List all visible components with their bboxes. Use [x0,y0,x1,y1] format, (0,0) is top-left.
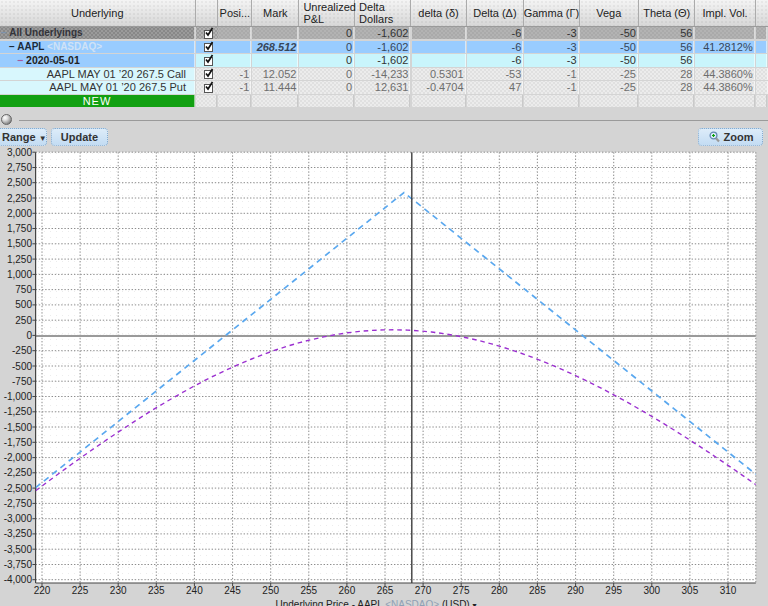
svg-text:310: 310 [720,585,737,596]
svg-text:1,500: 1,500 [7,238,32,249]
svg-text:270: 270 [415,585,432,596]
svg-text:Underlying Price - AAPL <NASDA: Underlying Price - AAPL <NASDAQ> (USD) ▾ [276,599,477,606]
svg-text:-3,000: -3,000 [4,513,33,524]
svg-text:295: 295 [605,585,622,596]
svg-text:-3,750: -3,750 [4,559,33,570]
svg-text:1,000: 1,000 [7,269,32,280]
svg-text:750: 750 [15,284,32,295]
svg-text:-250: -250 [12,345,32,356]
svg-text:-2,500: -2,500 [4,483,33,494]
svg-text:-2,250: -2,250 [4,467,33,478]
svg-text:260: 260 [339,585,356,596]
svg-text:265: 265 [377,585,394,596]
svg-text:2,000: 2,000 [7,208,32,219]
svg-text:-2,000: -2,000 [4,452,33,463]
svg-text:240: 240 [186,585,203,596]
svg-text:-3,250: -3,250 [4,528,33,539]
svg-text:0: 0 [26,330,32,341]
svg-text:-1,500: -1,500 [4,422,33,433]
svg-text:1,750: 1,750 [7,223,32,234]
svg-text:305: 305 [682,585,699,596]
svg-text:-750: -750 [12,376,32,387]
svg-text:250: 250 [262,585,279,596]
svg-text:-1,250: -1,250 [4,406,33,417]
svg-text:255: 255 [300,585,317,596]
svg-text:285: 285 [529,585,546,596]
svg-text:280: 280 [491,585,508,596]
svg-text:250: 250 [15,315,32,326]
svg-text:2,750: 2,750 [7,162,32,173]
svg-text:500: 500 [15,299,32,310]
svg-text:-1,000: -1,000 [4,391,33,402]
svg-text:290: 290 [567,585,584,596]
svg-text:275: 275 [453,585,470,596]
svg-text:-1,750: -1,750 [4,437,33,448]
svg-text:245: 245 [224,585,241,596]
svg-text:220: 220 [34,585,51,596]
svg-text:225: 225 [72,585,89,596]
svg-text:235: 235 [148,585,165,596]
svg-text:-2,750: -2,750 [4,498,33,509]
svg-text:2,500: 2,500 [7,177,32,188]
svg-text:2,250: 2,250 [7,193,32,204]
svg-text:3,000: 3,000 [7,147,32,158]
svg-text:1,250: 1,250 [7,254,32,265]
svg-text:-4,000: -4,000 [4,574,33,585]
svg-text:230: 230 [110,585,127,596]
svg-text:300: 300 [643,585,660,596]
svg-text:-500: -500 [12,361,32,372]
svg-text:-3,500: -3,500 [4,544,33,555]
